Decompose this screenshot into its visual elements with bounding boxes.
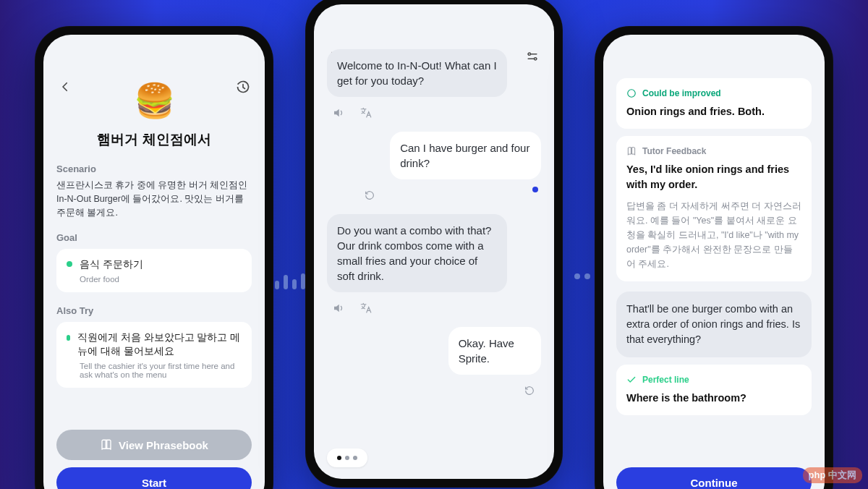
refresh-icon (524, 385, 535, 396)
svg-point-3 (628, 90, 636, 98)
perfect-line-card: Perfect line Where is the bathroom? (616, 365, 812, 415)
also-try-ko: 직원에게 처음 와보았다고 말하고 메뉴에 대해 물어보세요 (77, 331, 242, 359)
goal-ko: 음식 주문하기 (80, 259, 143, 270)
translate-button[interactable] (357, 104, 375, 122)
bot-reply: That'll be one burger combo with an extr… (616, 292, 812, 357)
typing-indicator (327, 448, 367, 467)
translate-icon (359, 302, 373, 315)
perfect-line-label: Perfect line (642, 375, 689, 385)
start-label: Start (142, 477, 166, 489)
improve-icon (626, 88, 637, 98)
bullet-dot-icon (67, 335, 70, 341)
play-audio-button[interactable] (330, 104, 347, 122)
also-try-label: Also Try (56, 305, 252, 316)
goal-en: Order food (67, 275, 242, 284)
phone-scenario: 🍔 햄버거 체인점에서 Scenario 샌프란시스코 휴가 중에 유명한 버거… (35, 26, 273, 489)
could-improve-label: Could be improved (642, 88, 721, 98)
refresh-icon (364, 190, 375, 201)
goal-card[interactable]: 음식 주문하기 Order food (56, 249, 252, 292)
speaker-icon (332, 106, 345, 119)
tutor-feedback-label: Tutor Feedback (642, 146, 706, 156)
scenario-emoji: 🍔 (56, 81, 252, 120)
perfect-line-text: Where is the bathroom? (626, 391, 801, 405)
watermark: php 中文网 (803, 467, 862, 483)
speaker-icon (332, 302, 345, 315)
also-try-en: Tell the cashier it's your first time he… (67, 362, 242, 379)
bot-message: Welcome to In-N-Out! What can I get for … (327, 49, 507, 97)
could-improve-card: Could be improved Onion rings and fries.… (616, 78, 812, 129)
tutor-feedback-line: Yes, I'd like onion rings and fries with… (626, 162, 801, 192)
bullet-dot-icon (67, 261, 72, 267)
start-button[interactable]: Start (56, 467, 252, 489)
retry-button[interactable] (521, 382, 538, 399)
tutor-feedback-body: 답변을 좀 더 자세하게 써주면 더 자연스러워요. 예를 들어 "Yes"를 … (626, 199, 801, 271)
continue-button[interactable]: Continue (616, 467, 812, 489)
continue-label: Continue (691, 477, 738, 489)
also-try-card[interactable]: 직원에게 처음 와보았다고 말하고 메뉴에 대해 물어보세요 Tell the … (56, 322, 252, 388)
play-audio-button[interactable] (330, 299, 347, 317)
translate-button[interactable] (357, 299, 375, 317)
tutor-feedback-card: Tutor Feedback Yes, I'd like onion rings… (616, 136, 812, 281)
user-message: Okay. Have Sprite. (448, 327, 541, 375)
phone-feedback: 햄버거 체인점에서 Could be improved Onion rings … (595, 26, 833, 489)
phone-chat: 햄버거 체인점에서 Welcome to In-N-Out! What can … (305, 0, 563, 488)
status-dot-icon (532, 187, 538, 192)
book-icon (626, 146, 637, 156)
user-message: Can I have burger and four drink? (390, 132, 541, 179)
scenario-label: Scenario (56, 163, 252, 174)
view-phrasebook-label: View Phrasebook (119, 439, 208, 451)
could-improve-line: Onion rings and fries. Both. (626, 104, 801, 119)
retry-button[interactable] (361, 187, 378, 204)
view-phrasebook-button[interactable]: View Phrasebook (56, 430, 252, 460)
translate-icon (359, 106, 373, 119)
check-icon (626, 375, 637, 385)
scenario-text: 샌프란시스코 휴가 중에 유명한 버거 체인점인 In-N-Out Burger… (56, 179, 252, 219)
goal-label: Goal (56, 232, 252, 243)
scenario-title: 햄버거 체인점에서 (56, 130, 252, 149)
bot-message: Do you want a combo with that? Our drink… (327, 214, 507, 292)
book-icon (100, 438, 113, 451)
